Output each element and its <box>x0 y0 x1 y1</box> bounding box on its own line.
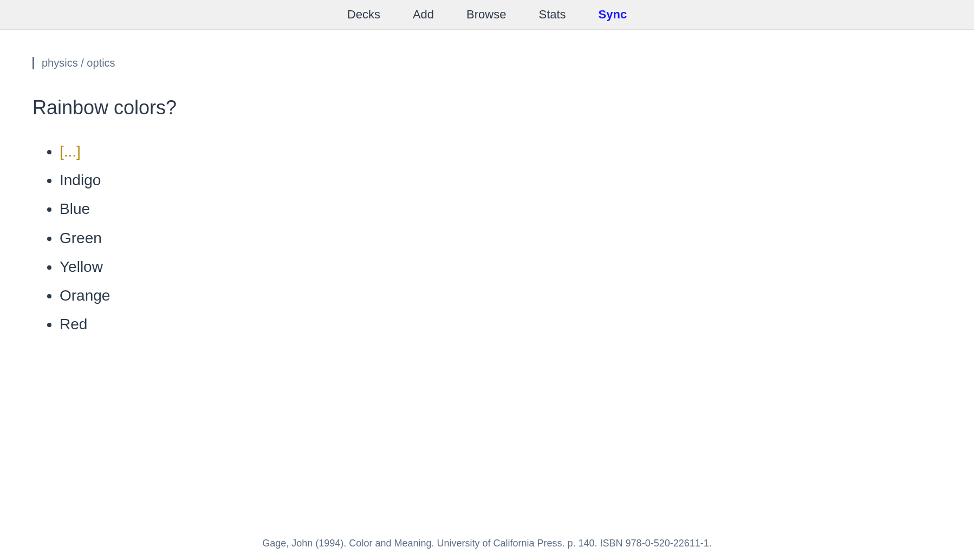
card-question: Rainbow colors? <box>33 96 455 119</box>
answer-item: Red <box>60 314 455 335</box>
nav-item-sync[interactable]: Sync <box>599 8 627 22</box>
answer-item: Indigo <box>60 170 455 191</box>
answer-item: Orange <box>60 285 455 306</box>
navigation: DecksAddBrowseStatsSync <box>0 0 974 30</box>
nav-item-stats[interactable]: Stats <box>538 8 566 22</box>
answer-list: [...]IndigoBlueGreenYellowOrangeRed <box>33 141 455 335</box>
nav-item-decks[interactable]: Decks <box>347 8 380 22</box>
breadcrumb: physics / optics <box>33 57 455 69</box>
nav-item-browse[interactable]: Browse <box>466 8 506 22</box>
footer-citation: Gage, John (1994). Color and Meaning. Un… <box>0 538 974 549</box>
answer-item: [...] <box>60 141 455 162</box>
answer-item: Yellow <box>60 256 455 277</box>
answer-item: Blue <box>60 198 455 219</box>
nav-item-add[interactable]: Add <box>413 8 434 22</box>
breadcrumb-text: physics / optics <box>42 57 115 69</box>
answer-item: Green <box>60 227 455 249</box>
